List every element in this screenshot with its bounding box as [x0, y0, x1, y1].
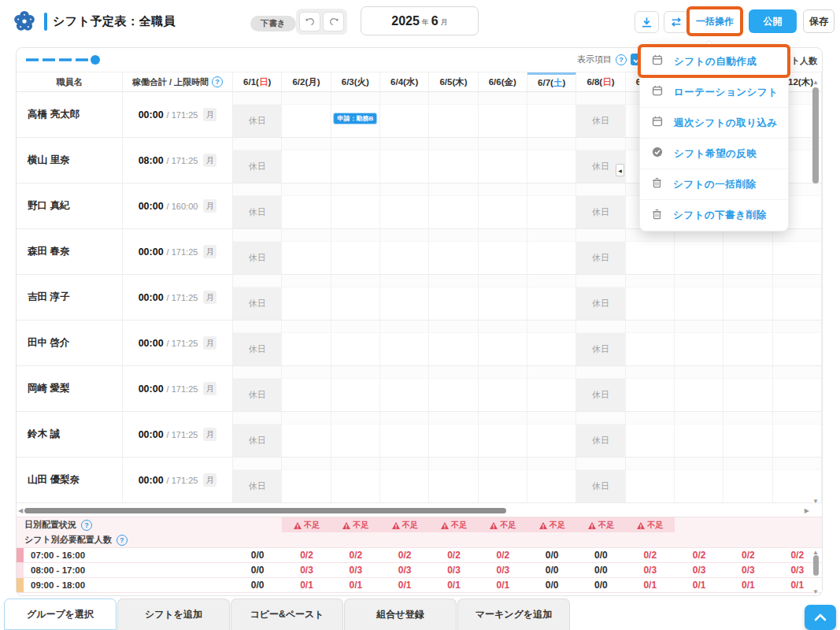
menu-item-1[interactable]: シフトの自動作成: [640, 46, 788, 77]
shift-cell[interactable]: [331, 458, 380, 502]
download-button[interactable]: [635, 11, 659, 33]
shift-cell[interactable]: [773, 366, 822, 411]
shift-cell[interactable]: [675, 412, 723, 457]
shift-cell[interactable]: [380, 229, 429, 274]
shift-cell[interactable]: [331, 275, 380, 320]
shift-cell[interactable]: [479, 229, 527, 274]
shift-cell[interactable]: [479, 183, 527, 228]
save-button[interactable]: 保存: [803, 9, 834, 33]
shift-cell[interactable]: [331, 412, 380, 457]
shift-cell[interactable]: 休日: [576, 275, 625, 320]
shift-cell[interactable]: [429, 229, 478, 274]
shift-cell[interactable]: [527, 92, 576, 137]
month-selector[interactable]: 2025 年 6 月: [361, 6, 479, 35]
tab-3[interactable]: コピー&ペースト: [231, 598, 343, 630]
date-column-header-6-1[interactable]: 6/1(日): [233, 72, 282, 91]
tab-5[interactable]: マーキングを追加: [457, 598, 570, 630]
shift-cell[interactable]: [675, 366, 723, 411]
shift-cell[interactable]: [282, 412, 331, 457]
menu-item-4[interactable]: シフト希望の反映: [640, 139, 788, 169]
help-icon[interactable]: ?: [616, 54, 627, 65]
shift-cell[interactable]: [331, 138, 380, 183]
shift-cell[interactable]: [527, 321, 576, 365]
menu-item-6[interactable]: シフトの下書き削除: [640, 200, 788, 231]
shift-cell[interactable]: [527, 229, 576, 274]
shift-cell[interactable]: 休日: [233, 92, 282, 137]
shift-cell[interactable]: 申請：勤務B: [331, 92, 380, 137]
tab-2[interactable]: シフトを追加: [117, 598, 230, 630]
shift-cell[interactable]: [380, 321, 429, 365]
vertical-scrollbar-thumb[interactable]: [812, 87, 819, 183]
shift-cell[interactable]: [429, 138, 478, 183]
shift-cell[interactable]: [282, 366, 331, 411]
shift-cell[interactable]: [380, 92, 429, 137]
shift-cell[interactable]: 休日: [576, 412, 625, 457]
hscroll-right-arrow[interactable]: ▶: [805, 508, 809, 514]
shift-cell[interactable]: [479, 458, 527, 502]
shift-cell[interactable]: [626, 229, 675, 274]
shift-cell[interactable]: [429, 321, 478, 365]
shift-cell[interactable]: 休日: [233, 183, 282, 228]
vscroll-up-arrow[interactable]: ▲: [812, 80, 819, 86]
shift-cell[interactable]: [282, 138, 331, 183]
menu-item-3[interactable]: 週次シフトの取り込み: [640, 108, 788, 139]
shift-cell[interactable]: [723, 412, 772, 457]
shift-cell[interactable]: [527, 412, 576, 457]
shift-cell[interactable]: [723, 275, 772, 320]
shift-cell[interactable]: [723, 458, 772, 502]
shift-cell[interactable]: [479, 321, 527, 365]
date-column-header-6-3[interactable]: 6/3(火): [331, 72, 380, 91]
help-icon[interactable]: ?: [117, 535, 128, 546]
shift-cell[interactable]: [675, 275, 723, 320]
shift-cell[interactable]: [282, 275, 331, 320]
menu-item-5[interactable]: シフトの一括削除: [640, 169, 788, 200]
date-column-header-6-6[interactable]: 6/6(金): [479, 72, 527, 91]
panel-scroll-down-arrow[interactable]: ▼: [812, 589, 819, 595]
shift-cell[interactable]: [429, 275, 478, 320]
shift-request-badge[interactable]: 申請：勤務B: [333, 113, 377, 124]
hscroll-left-arrow[interactable]: ◀: [18, 508, 23, 514]
shift-cell[interactable]: [282, 458, 331, 502]
shift-cell[interactable]: [479, 412, 527, 457]
date-column-header-6-4[interactable]: 6/4(水): [380, 72, 429, 91]
shift-cell[interactable]: [282, 229, 331, 274]
shift-cell[interactable]: [723, 366, 772, 411]
shift-cell[interactable]: [429, 412, 478, 457]
help-icon[interactable]: ?: [212, 76, 223, 87]
shift-cell[interactable]: [380, 275, 429, 320]
shift-cell[interactable]: [626, 321, 675, 365]
date-column-header-6-7[interactable]: 6/7(土): [527, 72, 576, 91]
shift-cell[interactable]: [626, 366, 675, 411]
shift-cell[interactable]: [331, 229, 380, 274]
shift-cell[interactable]: [773, 412, 822, 457]
shift-cell[interactable]: 休日: [233, 229, 282, 274]
shift-cell[interactable]: [527, 458, 576, 502]
shift-cell[interactable]: [429, 366, 478, 411]
shift-cell[interactable]: [479, 92, 527, 137]
panel-scrollbar-thumb[interactable]: [813, 555, 819, 576]
date-column-header-6-8[interactable]: 6/8(日): [576, 72, 625, 91]
shift-cell[interactable]: [527, 366, 576, 411]
shift-cell[interactable]: [773, 275, 822, 320]
date-column-header-6-2[interactable]: 6/2(月): [282, 72, 331, 91]
shift-cell[interactable]: [282, 92, 331, 137]
shift-cell[interactable]: [527, 138, 576, 183]
sync-button[interactable]: [664, 11, 688, 33]
menu-item-2[interactable]: ローテーションシフト: [640, 77, 788, 108]
shift-cell[interactable]: [380, 412, 429, 457]
shift-cell[interactable]: [675, 321, 723, 365]
date-column-header-6-5[interactable]: 6/5(木): [429, 72, 478, 91]
undo-button[interactable]: [299, 12, 320, 32]
shift-cell[interactable]: [626, 275, 675, 320]
shift-cell[interactable]: 休日: [576, 183, 625, 228]
shift-cell[interactable]: 休日: [233, 321, 282, 365]
shift-cell[interactable]: [331, 366, 380, 411]
tab-4[interactable]: 組合せ登録: [344, 598, 457, 630]
shift-cell[interactable]: [380, 183, 429, 228]
shift-cell[interactable]: [527, 183, 576, 228]
shift-cell[interactable]: [479, 275, 527, 320]
tab-1[interactable]: グループを選択: [4, 598, 117, 630]
help-icon[interactable]: ?: [81, 520, 92, 531]
batch-operations-button[interactable]: 一括操作: [692, 10, 738, 32]
publish-button[interactable]: 公開: [749, 9, 797, 33]
